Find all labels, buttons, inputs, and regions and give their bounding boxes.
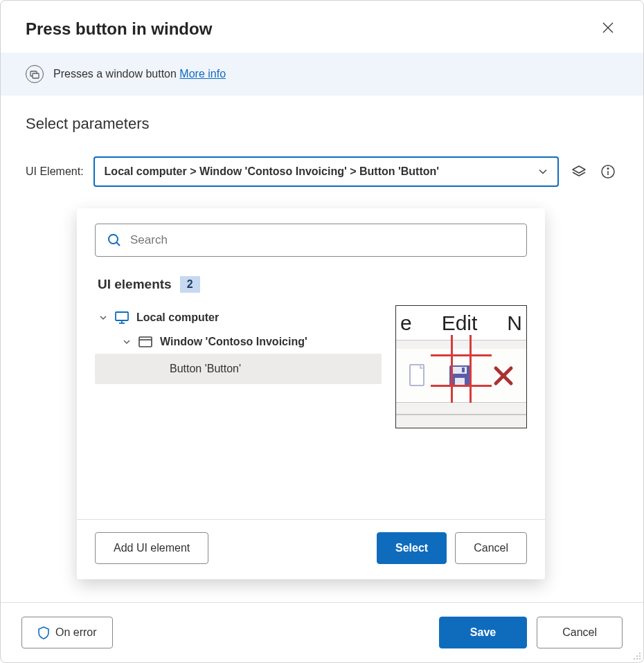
window-icon — [138, 336, 153, 348]
ui-element-value: Local computer > Window 'Contoso Invoici… — [105, 165, 440, 178]
delete-icon — [492, 364, 515, 388]
ui-element-picker-popover: UI elements 2 Local computer Window 'Con… — [77, 208, 545, 579]
tree-node-root-label: Local computer — [136, 311, 219, 324]
svg-marker-4 — [573, 166, 585, 173]
svg-point-23 — [639, 653, 641, 654]
svg-rect-3 — [33, 73, 39, 78]
tree-node-button[interactable]: Button 'Button' — [95, 354, 382, 384]
preview-crosshair — [435, 339, 488, 399]
dialog-cancel-button[interactable]: Cancel — [537, 617, 623, 648]
tree-node-window-label: Window 'Contoso Invoicing' — [160, 336, 307, 348]
ui-element-row: UI Element: Local computer > Window 'Con… — [26, 156, 618, 187]
search-box[interactable] — [95, 224, 527, 257]
more-info-link[interactable]: More info — [179, 68, 226, 80]
info-text-body: Presses a window button — [53, 68, 179, 80]
tree-node-button-label: Button 'Button' — [170, 363, 241, 375]
dialog-root: Press button in window Presses a window … — [0, 0, 644, 663]
svg-point-25 — [639, 655, 641, 657]
tree-node-window[interactable]: Window 'Contoso Invoicing' — [95, 330, 382, 354]
ui-element-dropdown[interactable]: Local computer > Window 'Contoso Invoici… — [93, 156, 559, 187]
preview-text-mid: Edit — [442, 311, 478, 335]
dialog-header: Press button in window — [1, 1, 643, 53]
section-title: Select parameters — [26, 115, 618, 133]
svg-line-9 — [117, 243, 120, 246]
close-icon — [602, 21, 614, 34]
close-button[interactable] — [598, 17, 618, 40]
svg-point-27 — [636, 658, 638, 660]
svg-rect-10 — [116, 312, 128, 320]
chevron-down-icon — [123, 338, 131, 346]
resize-grip-icon[interactable] — [632, 651, 642, 661]
search-icon — [107, 233, 122, 248]
info-text: Presses a window button More info — [53, 68, 226, 80]
tree-node-root[interactable]: Local computer — [95, 305, 382, 330]
monitor-icon — [114, 311, 129, 325]
on-error-label: On error — [55, 626, 97, 639]
preview-menubar: e Edit N — [396, 306, 526, 340]
svg-point-28 — [639, 658, 641, 660]
svg-rect-13 — [139, 337, 152, 347]
action-icon — [26, 65, 44, 83]
svg-point-24 — [636, 655, 638, 657]
preview-text-right: N — [507, 311, 522, 335]
popover-footer: Add UI element Select Cancel — [77, 520, 545, 579]
chevron-down-icon — [538, 167, 548, 176]
param-side-icons — [569, 161, 618, 182]
dialog-footer: On error Save Cancel — [1, 602, 643, 662]
element-preview: e Edit N — [395, 305, 527, 428]
shield-icon — [37, 626, 50, 639]
dialog-title: Press button in window — [26, 19, 212, 39]
popover-body: UI elements 2 Local computer Window 'Con… — [77, 208, 545, 519]
select-button[interactable]: Select — [377, 532, 447, 564]
save-button[interactable]: Save — [439, 617, 527, 648]
elements-title: UI elements — [98, 277, 172, 292]
popover-cancel-button[interactable]: Cancel — [455, 532, 527, 564]
popover-mid: Local computer Window 'Contoso Invoicing… — [95, 305, 527, 428]
preview-text-left: e — [400, 311, 412, 335]
on-error-button[interactable]: On error — [21, 617, 113, 648]
document-icon — [407, 363, 428, 388]
elements-count-badge: 2 — [180, 276, 200, 293]
info-icon — [600, 164, 616, 179]
ui-element-label: UI Element: — [26, 165, 84, 178]
info-button[interactable] — [598, 161, 618, 182]
layers-button[interactable] — [569, 161, 589, 182]
add-ui-element-button[interactable]: Add UI element — [95, 532, 208, 564]
info-bar: Presses a window button More info — [1, 53, 643, 96]
chevron-down-icon — [99, 314, 107, 322]
elements-header: UI elements 2 — [98, 276, 527, 293]
svg-point-8 — [109, 235, 118, 244]
ui-elements-tree: Local computer Window 'Contoso Invoicing… — [95, 305, 382, 384]
search-input[interactable] — [129, 233, 515, 248]
svg-point-7 — [607, 168, 609, 170]
layers-icon — [571, 164, 587, 179]
svg-point-26 — [634, 658, 635, 660]
